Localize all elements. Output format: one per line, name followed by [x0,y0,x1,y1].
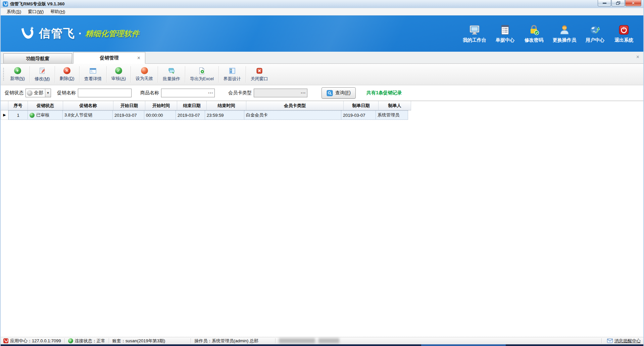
col-status[interactable]: 促销状态 [28,101,63,110]
cell-seq: 1 [8,110,28,120]
approve-button[interactable]: ✓ 审核(A) [107,65,130,84]
search-button[interactable]: 查询(F) [321,87,356,99]
cell-end-date: 2019-03-07 [176,110,205,120]
brand-logo-icon [18,25,36,42]
status-dropdown-value: 全部 [34,90,45,96]
col-end-time[interactable]: 结束时间 [207,101,246,110]
app-logo-icon [3,1,8,7]
brand-name: 信管飞 [39,26,75,41]
brand-dot: · [79,28,82,39]
add-button[interactable]: + 新增(N) [6,65,29,84]
message-center-link[interactable]: 消息提醒中心 [607,338,641,344]
col-name[interactable]: 促销名称 [63,101,113,110]
operator-status: 操作员：系统管理员(admin) 总部 [194,338,258,344]
change-password-button[interactable]: 修改密码 [524,24,544,43]
menu-help[interactable]: 帮助(H) [47,8,68,15]
tab-close-icon[interactable]: × [137,55,140,61]
card-type-picker-button[interactable]: ··· [300,90,306,96]
toolbar-grip [3,67,5,81]
window-controls: ✕ [597,0,641,6]
cell-start-time: 00:00:00 [144,110,176,120]
batch-icon [168,67,175,75]
tab-promotion-management[interactable]: 促销管理 × [73,52,145,64]
switch-operator-button[interactable]: 更换操作员 [553,24,576,43]
document-center-button[interactable]: 单据中心 [495,24,515,43]
status-badge-icon: ✓ [27,90,33,96]
record-count: 共有1条促销记录 [366,90,402,96]
row-marker: ▶ [1,110,8,120]
col-start-time[interactable]: 开始时间 [145,101,177,110]
power-icon [618,24,630,36]
app-window: 信管飞RMS专业版 V9.1.360 ✕ 系统(S) 窗口(W) 帮助(H) 信… [0,0,644,346]
redacted-text [318,338,339,343]
monitor-icon [469,24,480,36]
restore-button[interactable] [611,0,625,6]
col-creator[interactable]: 制单人 [379,101,411,110]
row-selector-header [1,101,8,110]
redacted-text [279,338,315,343]
approved-status-icon [30,113,35,118]
tab-function-nav[interactable]: 功能导航窗 [3,53,72,63]
row-marker-icon: ▶ [3,113,6,117]
status-dropdown[interactable]: ✓ 全部 ▼ [26,89,51,97]
cell-card-type: 白金会员卡 [244,110,341,120]
col-end-date[interactable]: 结束日期 [177,101,207,110]
card-type-input[interactable] [254,89,307,97]
status-filter-label: 促销状态 [5,90,23,96]
tab-bar: 功能导航窗 促销管理 × × [1,52,643,64]
dropdown-arrow-icon[interactable]: ▼ [45,89,51,97]
product-filter-wrap: ··· [161,89,215,97]
table-row[interactable]: ▶ 1 已审核 3.8女人节促销 2019-03-07 00:00:00 201… [1,110,411,120]
cell-name: 3.8女人节促销 [62,110,113,120]
cell-status: 已审核 [28,110,63,120]
minimize-icon [603,3,606,4]
workbench-button[interactable]: 我的工作台 [463,24,486,43]
status-bar: 应用中心：127.0.0.1:7099 ✓ 连接状态：正常 账套：susan(2… [1,337,643,344]
promotion-table: 序号 促销状态 促销名称 开始日期 开始时间 结束日期 结束时间 会员卡类型 制… [1,101,643,337]
window-bottom-edge [1,344,643,346]
card-type-filter-label: 会员卡类型 [228,90,252,96]
promotion-name-input[interactable] [78,89,132,97]
close-window-icon [256,67,263,75]
export-excel-button[interactable]: 导出为Excel [186,65,218,84]
name-filter-wrap [78,89,132,97]
edit-icon [39,67,46,75]
col-doc-date[interactable]: 制单日期 [344,101,379,110]
brand-slogan: 精细化管理软件 [85,29,139,39]
add-icon: + [14,67,21,74]
brand: 信管飞 · 精细化管理软件 [18,25,139,42]
edit-button[interactable]: 修改(M) [31,65,54,84]
menu-bar: 系统(S) 窗口(W) 帮助(H) [1,8,643,15]
col-start-date[interactable]: 开始日期 [113,101,145,110]
minimize-button[interactable] [598,0,611,6]
ui-design-button[interactable]: 界面设计 [219,65,245,84]
user-icon [559,24,570,36]
cell-start-date: 2019-03-07 [112,110,144,120]
close-button[interactable]: ✕ [625,0,641,6]
delete-button[interactable]: ✕ 删除(D) [56,65,79,84]
product-name-input[interactable] [161,89,215,97]
restore-icon [616,1,620,5]
tabbar-close-icon[interactable]: × [636,54,639,60]
globe-icon [589,24,601,36]
connection-ok-icon: ✓ [68,338,73,343]
delete-icon: ✕ [63,67,70,74]
col-card-type[interactable]: 会员卡类型 [246,101,344,110]
app-center-status: 应用中心：127.0.0.1:7099 [3,338,61,344]
close-icon: ✕ [632,1,635,6]
title-bar: 信管飞RMS专业版 V9.1.360 ✕ [1,0,643,8]
product-picker-button[interactable]: ··· [208,90,214,96]
detail-window-icon [89,67,97,75]
table-header: 序号 促销状态 促销名称 开始日期 开始时间 结束日期 结束时间 会员卡类型 制… [1,101,411,110]
menu-window[interactable]: 窗口(W) [24,8,47,15]
account-status: 账套：susan(2019年第3期) [112,338,165,344]
exit-system-button[interactable]: 退出系统 [614,24,634,43]
product-filter-label: 商品名称 [140,90,159,96]
close-window-button[interactable]: 关闭窗口 [247,65,272,84]
view-detail-button[interactable]: 查看详情 [80,65,106,84]
user-center-button[interactable]: 用户中心 [585,24,605,43]
menu-system[interactable]: 系统(S) [3,8,24,15]
batch-operation-button[interactable]: 批量操作 [159,65,184,84]
invalidate-button[interactable]: 设为无效 [132,65,157,84]
col-seq[interactable]: 序号 [8,101,28,110]
